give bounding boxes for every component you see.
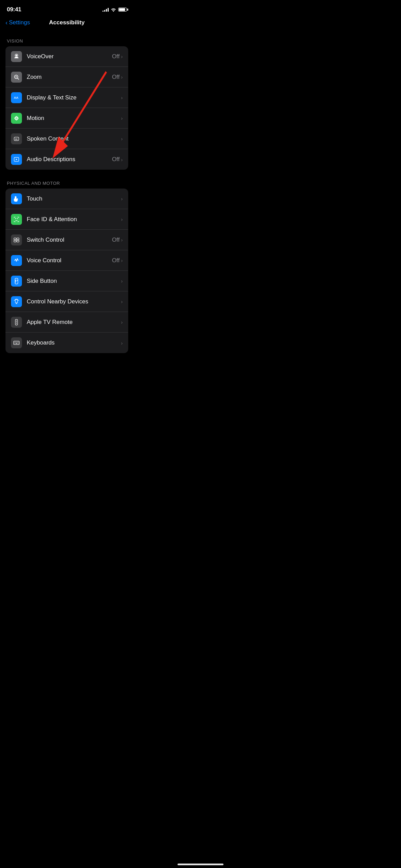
voice-control-label: Voice Control <box>27 257 61 264</box>
apple-tv-remote-right: › <box>121 319 123 325</box>
status-time: 09:41 <box>7 6 21 13</box>
svg-point-9 <box>16 118 17 119</box>
svg-point-2 <box>16 55 17 56</box>
voiceover-row[interactable]: VoiceOver Off › <box>5 46 128 67</box>
keyboards-label: Keyboards <box>27 339 54 346</box>
voiceover-icon <box>11 51 22 62</box>
voice-control-icon <box>11 255 22 266</box>
touch-content: Touch › <box>27 195 123 202</box>
apple-tv-remote-row[interactable]: Apple TV Remote › <box>5 312 128 333</box>
zoom-chevron: › <box>121 74 123 80</box>
spoken-content-content: Spoken Content › <box>27 135 123 142</box>
switch-control-label: Switch Control <box>27 237 64 243</box>
zoom-icon <box>11 72 22 83</box>
voiceover-value: Off <box>112 53 120 60</box>
vision-group: VoiceOver Off › Zoom Off › <box>5 46 128 170</box>
spoken-content-row[interactable]: 3D Spoken Content › <box>5 129 128 149</box>
keyboards-chevron: › <box>121 340 123 346</box>
svg-rect-26 <box>16 342 16 343</box>
apple-tv-remote-chevron: › <box>121 319 123 325</box>
face-id-row[interactable]: Face ID & Attention › <box>5 209 128 230</box>
back-chevron-icon: ‹ <box>5 19 8 26</box>
audio-descriptions-value: Off <box>112 156 120 163</box>
svg-rect-18 <box>17 240 19 242</box>
apple-tv-remote-content: Apple TV Remote › <box>27 319 123 326</box>
back-label: Settings <box>9 19 30 26</box>
svg-point-14 <box>17 218 18 219</box>
section-label-vision: VISION <box>0 38 134 46</box>
face-id-label: Face ID & Attention <box>27 216 77 223</box>
nav-header: ‹ Settings Accessibility <box>0 16 134 30</box>
touch-label: Touch <box>27 195 42 202</box>
status-icons <box>102 8 127 12</box>
audio-descriptions-row[interactable]: Audio Descriptions Off › <box>5 149 128 170</box>
control-nearby-right: › <box>121 299 123 304</box>
motion-content: Motion › <box>27 115 123 122</box>
touch-right: › <box>121 196 123 202</box>
svg-rect-21 <box>15 319 18 325</box>
voice-control-chevron: › <box>121 257 123 263</box>
svg-rect-15 <box>14 238 16 240</box>
motion-icon <box>11 113 22 124</box>
svg-text:3D: 3D <box>15 138 17 140</box>
audio-descriptions-content: Audio Descriptions Off › <box>27 156 123 163</box>
voiceover-right: Off › <box>112 53 123 60</box>
face-id-chevron: › <box>121 216 123 222</box>
svg-rect-25 <box>14 342 15 343</box>
voiceover-label: VoiceOver <box>27 53 53 60</box>
main-content: VISION VoiceOver Off › <box>0 30 134 372</box>
svg-rect-29 <box>14 343 15 344</box>
keyboards-row[interactable]: Keyboards › <box>5 333 128 353</box>
voice-control-row[interactable]: Voice Control Off › <box>5 250 128 271</box>
switch-control-chevron: › <box>121 237 123 243</box>
svg-point-22 <box>16 321 17 322</box>
side-button-row[interactable]: Side Button › <box>5 271 128 291</box>
svg-line-6 <box>17 78 19 79</box>
spoken-content-icon: 3D <box>11 133 22 144</box>
section-label-physical: PHYSICAL AND MOTOR <box>0 181 134 189</box>
display-text-icon: AA <box>11 92 22 103</box>
status-bar: 09:41 <box>0 0 134 16</box>
display-text-chevron: › <box>121 95 123 100</box>
side-button-chevron: › <box>121 278 123 284</box>
spoken-content-right: › <box>121 136 123 142</box>
zoom-label: Zoom <box>27 74 41 81</box>
voiceover-chevron: › <box>121 53 123 59</box>
spoken-content-label: Spoken Content <box>27 135 69 142</box>
control-nearby-label: Control Nearby Devices <box>27 298 88 305</box>
keyboards-right: › <box>121 340 123 346</box>
face-id-icon <box>11 214 22 225</box>
switch-control-row[interactable]: Switch Control Off › <box>5 230 128 250</box>
wifi-icon <box>111 8 116 12</box>
zoom-right: Off › <box>112 74 123 81</box>
touch-row[interactable]: Touch › <box>5 189 128 209</box>
motion-row[interactable]: Motion › <box>5 108 128 129</box>
touch-chevron: › <box>121 196 123 202</box>
audio-descriptions-chevron: › <box>121 157 123 162</box>
audio-descriptions-right: Off › <box>112 156 123 163</box>
svg-rect-17 <box>14 240 16 242</box>
zoom-row[interactable]: Zoom Off › <box>5 67 128 87</box>
svg-rect-28 <box>18 342 19 343</box>
side-button-right: › <box>121 278 123 284</box>
motion-chevron: › <box>121 115 123 121</box>
voice-control-right: Off › <box>112 257 123 264</box>
zoom-content: Zoom Off › <box>27 74 123 81</box>
display-text-content: Display & Text Size › <box>27 94 123 101</box>
control-nearby-content: Control Nearby Devices › <box>27 298 123 305</box>
svg-point-13 <box>15 218 16 219</box>
keyboards-content: Keyboards › <box>27 339 123 346</box>
apple-tv-remote-icon <box>11 317 22 328</box>
control-nearby-row[interactable]: Control Nearby Devices › <box>5 291 128 312</box>
audio-descriptions-label: Audio Descriptions <box>27 156 75 163</box>
back-button[interactable]: ‹ Settings <box>5 19 30 26</box>
svg-rect-30 <box>16 343 17 344</box>
touch-icon <box>11 193 22 204</box>
svg-rect-16 <box>17 238 19 240</box>
display-text-size-row[interactable]: AA Display & Text Size › <box>5 87 128 108</box>
spoken-content-chevron: › <box>121 136 123 142</box>
switch-control-value: Off <box>112 237 120 243</box>
voiceover-content: VoiceOver Off › <box>27 53 123 60</box>
switch-control-icon <box>11 234 22 245</box>
face-id-content: Face ID & Attention › <box>27 216 123 223</box>
